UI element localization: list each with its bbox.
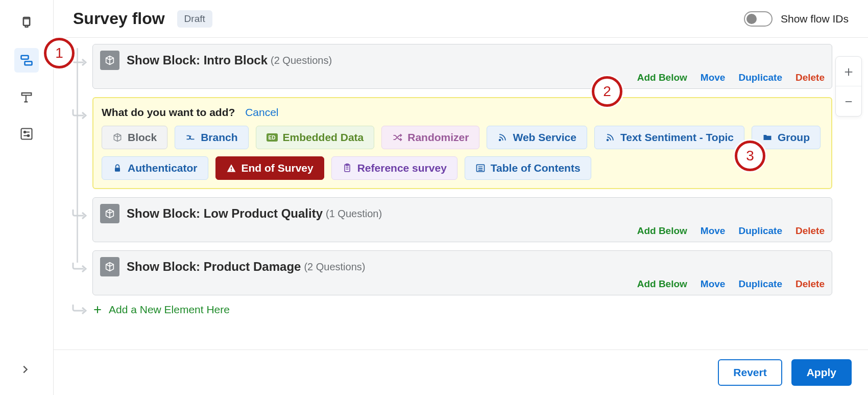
cancel-button[interactable]: Cancel — [245, 106, 278, 118]
svg-rect-2 — [21, 56, 29, 59]
block-title: Show Block: Intro Block — [127, 53, 268, 67]
svg-rect-11 — [231, 170, 232, 171]
palette-authenticator-button[interactable]: Authenticator — [102, 156, 208, 180]
rss-icon — [497, 132, 508, 143]
show-flow-ids-toggle[interactable] — [744, 11, 773, 27]
nav-survey-flow[interactable] — [14, 48, 39, 73]
list-icon — [475, 163, 486, 173]
lock-icon — [112, 163, 123, 173]
palette-branch-button[interactable]: Branch — [175, 126, 248, 149]
flow-connector-line — [77, 48, 78, 263]
flow-arrow-icon — [72, 304, 87, 317]
plus-icon — [92, 305, 103, 315]
flow-block[interactable]: Show Block: Product Damage (2 Questions)… — [92, 250, 832, 295]
zoom-in-button[interactable]: ＋ — [836, 57, 861, 86]
duplicate-button[interactable]: Duplicate — [738, 278, 782, 290]
block-icon — [100, 204, 119, 223]
svg-rect-9 — [115, 168, 120, 172]
shuffle-icon — [392, 132, 402, 143]
annotation-marker: 3 — [735, 141, 765, 171]
delete-button[interactable]: Delete — [795, 225, 825, 237]
duplicate-button[interactable]: Duplicate — [738, 225, 782, 237]
delete-button[interactable]: Delete — [795, 72, 825, 83]
move-button[interactable]: Move — [701, 225, 726, 237]
svg-point-7 — [499, 140, 501, 141]
block-title: Show Block: Product Damage — [127, 260, 301, 274]
revert-button[interactable]: Revert — [718, 359, 782, 386]
block-icon — [100, 257, 119, 276]
page-title: Survey flow — [73, 9, 165, 28]
flow-block[interactable]: Show Block: Low Product Quality (1 Quest… — [92, 197, 832, 242]
sidebar-expand[interactable] — [19, 364, 31, 377]
block-icon — [100, 51, 119, 70]
folder-icon — [762, 132, 773, 143]
palette-reference-survey-button[interactable]: Reference survey — [331, 156, 457, 180]
nav-options[interactable] — [14, 122, 39, 146]
svg-rect-4 — [21, 129, 32, 140]
flow-block[interactable]: Show Block: Intro Block (2 Questions) Ad… — [92, 44, 832, 89]
flow-arrow-icon — [72, 108, 87, 122]
rss-icon — [605, 132, 615, 143]
svg-point-6 — [28, 135, 30, 137]
palette-prompt: What do you want to add? — [102, 106, 235, 118]
svg-rect-3 — [25, 61, 32, 65]
move-button[interactable]: Move — [701, 72, 726, 83]
apply-button[interactable]: Apply — [791, 359, 852, 386]
warning-icon — [226, 163, 236, 173]
add-below-button[interactable]: Add Below — [637, 72, 687, 83]
add-new-element-button[interactable]: Add a New Element Here — [92, 304, 832, 316]
palette-embedded-data-button[interactable]: ED Embedded Data — [256, 126, 375, 149]
annotation-marker: 1 — [44, 38, 75, 68]
flow-arrow-icon — [72, 262, 87, 275]
flow-arrow-icon — [72, 208, 87, 222]
palette-web-service-button[interactable]: Web Service — [487, 126, 587, 149]
block-icon — [112, 132, 123, 143]
svg-point-5 — [24, 131, 26, 133]
duplicate-button[interactable]: Duplicate — [738, 72, 782, 83]
annotation-marker: 2 — [592, 76, 622, 107]
delete-button[interactable]: Delete — [795, 278, 825, 290]
block-subtitle: (2 Questions) — [304, 261, 365, 273]
palette-text-sentiment-button[interactable]: Text Sentiment - Topic — [594, 126, 744, 149]
zoom-out-button[interactable]: － — [836, 86, 861, 116]
palette-randomizer-button[interactable]: Randomizer — [381, 126, 479, 149]
svg-rect-10 — [231, 167, 232, 169]
block-subtitle: (2 Questions) — [271, 55, 332, 66]
add-below-button[interactable]: Add Below — [637, 278, 687, 290]
status-badge: Draft — [177, 10, 212, 28]
block-subtitle: (1 Question) — [326, 208, 382, 220]
nav-look-feel[interactable] — [14, 85, 39, 109]
palette-table-of-contents-button[interactable]: Table of Contents — [465, 156, 591, 180]
svg-point-8 — [607, 140, 609, 141]
element-palette: What do you want to add? Cancel Block Br… — [92, 97, 832, 189]
header: Survey flow Draft Show flow IDs — [54, 0, 868, 38]
clipboard-icon — [342, 163, 352, 173]
move-button[interactable]: Move — [701, 278, 726, 290]
add-below-button[interactable]: Add Below — [637, 225, 687, 237]
embedded-data-icon: ED — [267, 133, 278, 142]
flow-arrow-icon — [72, 55, 87, 68]
block-title: Show Block: Low Product Quality — [127, 206, 323, 221]
nav-builder[interactable] — [14, 11, 39, 36]
show-flow-ids-label: Show flow IDs — [781, 13, 849, 25]
add-new-element-label: Add a New Element Here — [109, 304, 230, 316]
palette-end-of-survey-button[interactable]: End of Survey — [215, 156, 324, 180]
palette-block-button[interactable]: Block — [102, 126, 167, 149]
branch-icon — [185, 132, 196, 143]
